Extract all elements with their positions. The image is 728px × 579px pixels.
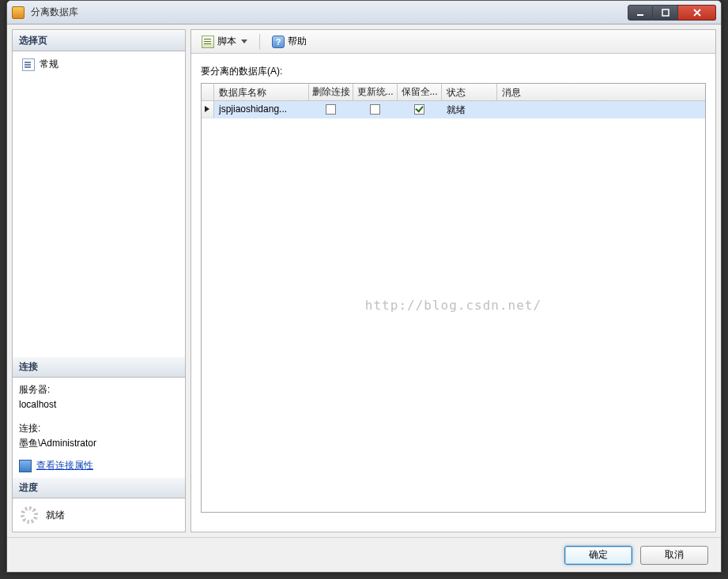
cell-message: [497, 101, 705, 118]
server-block: 服务器: localhost: [19, 382, 179, 412]
select-page-body: 常规: [13, 51, 185, 356]
sidebar: 选择页 常规 连接 服务器: localhost 连接: 墨鱼\Administ…: [12, 29, 186, 532]
server-label: 服务器:: [19, 382, 179, 397]
col-drop-connections[interactable]: 删除连接: [309, 84, 353, 100]
server-value: localhost: [19, 397, 179, 412]
sidebar-item-general[interactable]: 常规: [19, 56, 179, 73]
page-icon: [22, 58, 35, 71]
toolbar: 脚本 帮助: [191, 30, 715, 54]
cancel-button[interactable]: 取消: [640, 546, 708, 565]
watermark-text: http://blog.csdn.net/: [202, 298, 705, 313]
sidebar-item-label: 常规: [40, 58, 58, 71]
connection-header: 连接: [13, 356, 185, 378]
dialog-window: 分离数据库 选择页 常规 连接: [6, 0, 722, 573]
col-status[interactable]: 状态: [442, 84, 497, 100]
close-button[interactable]: [678, 5, 716, 21]
col-update-stats[interactable]: 更新统...: [353, 84, 398, 100]
table-row[interactable]: jspjiaoshidang... 就绪: [202, 101, 705, 118]
svg-rect-0: [637, 14, 643, 16]
window-buttons: [628, 5, 716, 21]
row-selector-icon[interactable]: [202, 101, 214, 118]
ok-button[interactable]: 确定: [564, 546, 632, 565]
grid-label: 要分离的数据库(A):: [201, 65, 706, 78]
col-database-name[interactable]: 数据库名称: [214, 84, 309, 100]
progress-body: 就绪: [13, 498, 185, 532]
content-area: 要分离的数据库(A): 数据库名称 删除连接 更新统... 保留全... 状态 …: [191, 54, 715, 532]
main-panel: 脚本 帮助 要分离的数据库(A): 数据库名称 删除连接 更新统...: [190, 29, 716, 532]
cell-status: 就绪: [442, 101, 497, 118]
row-header-col: [202, 84, 214, 100]
script-button[interactable]: 脚本: [196, 32, 253, 51]
title-bar[interactable]: 分离数据库: [7, 1, 721, 24]
grid-header: 数据库名称 删除连接 更新统... 保留全... 状态 消息: [202, 84, 705, 101]
connection-body: 服务器: localhost 连接: 墨鱼\Administrator 查看连接…: [13, 378, 185, 477]
conn-block: 连接: 墨鱼\Administrator: [19, 421, 179, 451]
cell-db-name[interactable]: jspjiaoshidang...: [214, 101, 309, 118]
drop-checkbox[interactable]: [326, 104, 336, 115]
databases-grid[interactable]: 数据库名称 删除连接 更新统... 保留全... 状态 消息 jspjiaosh…: [201, 83, 706, 513]
conn-label: 连接:: [19, 421, 179, 436]
app-icon: [12, 6, 25, 19]
conn-value: 墨鱼\Administrator: [19, 436, 179, 451]
dialog-footer: 确定 取消: [7, 537, 721, 572]
view-properties-link[interactable]: 查看连接属性: [36, 459, 93, 472]
dialog-body: 选择页 常规 连接 服务器: localhost 连接: 墨鱼\Administ…: [7, 24, 721, 537]
minimize-button[interactable]: [628, 5, 653, 21]
maximize-button[interactable]: [653, 5, 678, 21]
cell-drop[interactable]: [309, 101, 353, 118]
help-label: 帮助: [288, 35, 307, 48]
svg-rect-1: [662, 9, 669, 16]
toolbar-separator: [259, 34, 260, 50]
chevron-down-icon: [241, 39, 247, 43]
cell-update[interactable]: [353, 101, 398, 118]
view-connection-properties[interactable]: 查看连接属性: [19, 459, 179, 472]
help-icon: [272, 36, 285, 48]
col-message[interactable]: 消息: [497, 84, 705, 100]
properties-icon: [19, 460, 32, 472]
progress-spinner-icon: [21, 506, 38, 524]
col-keep-fulltext[interactable]: 保留全...: [398, 84, 442, 100]
select-page-header: 选择页: [13, 30, 185, 51]
cell-keep[interactable]: [398, 101, 442, 118]
script-label: 脚本: [217, 35, 236, 48]
help-button[interactable]: 帮助: [266, 32, 312, 51]
progress-header: 进度: [13, 477, 185, 498]
progress-status: 就绪: [46, 509, 65, 522]
window-title: 分离数据库: [31, 6, 628, 19]
update-checkbox[interactable]: [370, 104, 380, 115]
keep-checkbox[interactable]: [414, 104, 424, 115]
script-icon: [202, 36, 214, 48]
